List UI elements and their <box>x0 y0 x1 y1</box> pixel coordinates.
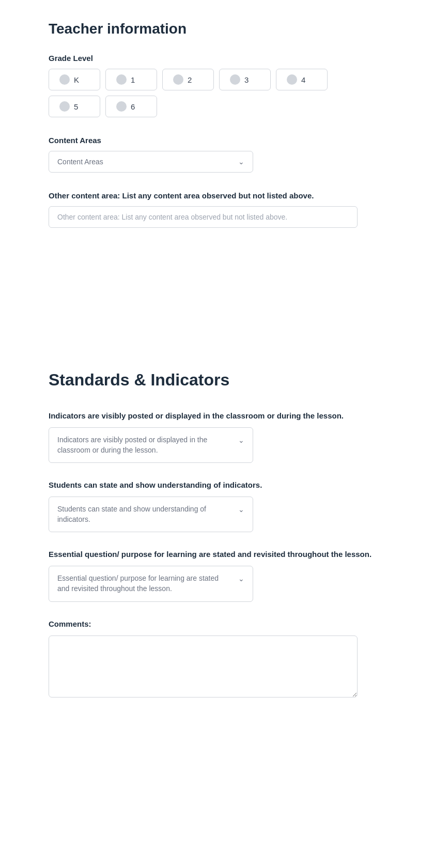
grade-level-grid-row2: 5 6 <box>49 96 385 117</box>
other-content-area-section: Other content area: List any content are… <box>49 191 385 228</box>
grade-label-k: K <box>74 75 79 84</box>
indicators-posted-dropdown[interactable]: Indicators are visibly posted or display… <box>49 427 253 463</box>
essential-question-label: Essential question/ purpose for learning… <box>49 549 385 560</box>
students-understand-label: Students can state and show understandin… <box>49 479 385 490</box>
essential-question-placeholder: Essential question/ purpose for learning… <box>57 574 232 594</box>
content-areas-placeholder: Content Areas <box>57 158 103 166</box>
grade-option-2[interactable]: 2 <box>162 69 214 90</box>
radio-k <box>59 74 70 85</box>
chevron-down-icon-3: ⌄ <box>238 575 244 583</box>
indicators-posted-label: Indicators are visibly posted or display… <box>49 410 385 421</box>
grade-option-5[interactable]: 5 <box>49 96 100 117</box>
content-areas-label: Content Areas <box>49 136 385 145</box>
radio-2 <box>173 74 183 85</box>
radio-1 <box>116 74 127 85</box>
section-divider <box>49 246 385 350</box>
grade-level-section: Grade Level K 1 2 3 <box>49 54 385 117</box>
grade-option-1[interactable]: 1 <box>105 69 157 90</box>
grade-label-1: 1 <box>131 75 135 84</box>
students-understand-section: Students can state and show understandin… <box>49 479 385 532</box>
radio-4 <box>287 74 297 85</box>
comments-label: Comments: <box>49 618 385 629</box>
standards-title: Standards & Indicators <box>49 370 385 390</box>
students-understand-placeholder: Students can state and show understandin… <box>57 504 232 524</box>
grade-option-4[interactable]: 4 <box>276 69 328 90</box>
standards-section: Standards & Indicators Indicators are vi… <box>49 370 385 700</box>
essential-question-section: Essential question/ purpose for learning… <box>49 549 385 601</box>
essential-question-dropdown[interactable]: Essential question/ purpose for learning… <box>49 566 253 601</box>
indicators-posted-placeholder: Indicators are visibly posted or display… <box>57 435 232 455</box>
grade-label-2: 2 <box>188 75 192 84</box>
grade-level-grid: K 1 2 3 4 <box>49 69 385 90</box>
page-container: Teacher information Grade Level K 1 2 <box>0 0 434 737</box>
students-understand-dropdown[interactable]: Students can state and show understandin… <box>49 497 253 532</box>
teacher-info-title: Teacher information <box>49 21 385 37</box>
content-areas-dropdown[interactable]: Content Areas ⌄ <box>49 151 253 173</box>
grade-option-6[interactable]: 6 <box>105 96 157 117</box>
grade-label-4: 4 <box>301 75 305 84</box>
radio-6 <box>116 101 127 112</box>
chevron-down-icon-1: ⌄ <box>238 436 244 444</box>
chevron-down-icon: ⌄ <box>238 158 244 166</box>
comments-textarea[interactable] <box>49 636 358 698</box>
grade-label-6: 6 <box>131 102 135 111</box>
other-content-area-label: Other content area: List any content are… <box>49 191 385 200</box>
teacher-info-section: Teacher information Grade Level K 1 2 <box>49 21 385 228</box>
other-content-area-input[interactable] <box>49 206 358 228</box>
grade-option-3[interactable]: 3 <box>219 69 271 90</box>
comments-section: Comments: <box>49 618 385 700</box>
grade-level-label: Grade Level <box>49 54 385 63</box>
radio-5 <box>59 101 70 112</box>
grade-label-5: 5 <box>74 102 78 111</box>
chevron-down-icon-2: ⌄ <box>238 505 244 514</box>
grade-label-3: 3 <box>244 75 249 84</box>
content-areas-section: Content Areas Content Areas ⌄ <box>49 136 385 173</box>
indicators-posted-section: Indicators are visibly posted or display… <box>49 410 385 463</box>
grade-option-k[interactable]: K <box>49 69 100 90</box>
radio-3 <box>230 74 240 85</box>
